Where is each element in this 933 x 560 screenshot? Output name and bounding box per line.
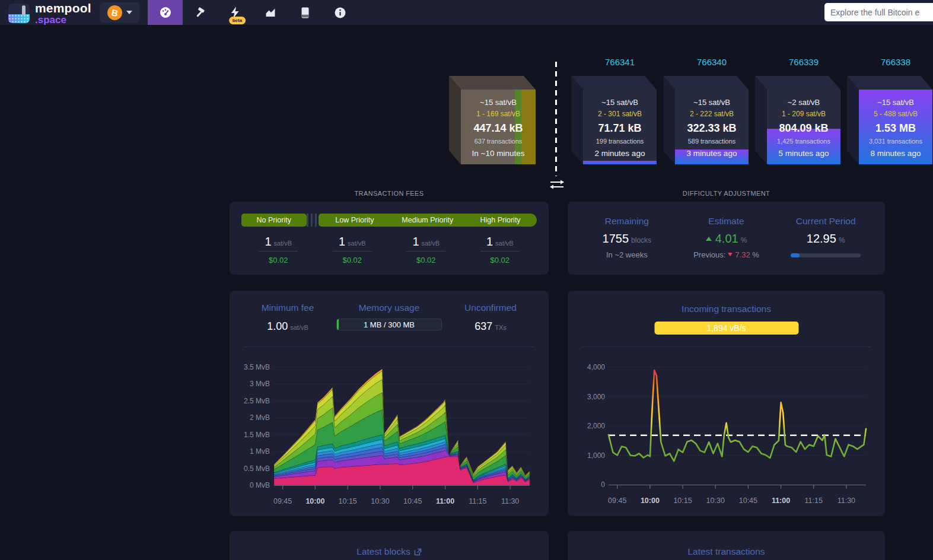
nav-dashboard[interactable] <box>148 0 183 25</box>
block-766339[interactable]: ~2 sat/vB 1 - 209 sat/vB 804.09 kB 1,425… <box>755 76 840 164</box>
block-size: 322.33 kB <box>687 122 736 135</box>
svg-text:4,000: 4,000 <box>587 363 605 371</box>
fee-tier-medium: Medium Priority <box>391 216 464 224</box>
transaction-fees-panel: No Priority Low Priority Medium Priority… <box>230 202 549 275</box>
svg-text:3,000: 3,000 <box>587 393 605 401</box>
fee-value: 1sat/vB $0.02 <box>463 235 537 265</box>
svg-text:1 MvB: 1 MvB <box>250 447 270 456</box>
difficulty-current-period: Current Period 12.95% <box>776 216 875 259</box>
tx-count: 1,425 transactions <box>777 138 830 145</box>
svg-text:2,000: 2,000 <box>587 422 605 430</box>
block-height-link[interactable]: 766341 <box>583 57 657 67</box>
brand-name: mempool <box>35 2 91 14</box>
minimum-fee-stat: Minimum fee 1.00sat/vB <box>239 303 336 333</box>
svg-text:2.5 MvB: 2.5 MvB <box>244 397 270 405</box>
swap-arrows-icon <box>549 179 565 190</box>
mempool-logo-icon <box>8 4 30 23</box>
svg-text:1.5 MvB: 1.5 MvB <box>244 431 270 439</box>
bitcoin-icon: B <box>107 5 122 20</box>
search-input[interactable] <box>824 3 933 21</box>
svg-text:10:30: 10:30 <box>371 497 389 505</box>
svg-text:11:30: 11:30 <box>501 497 519 505</box>
block-height-link[interactable]: 766338 <box>859 57 932 67</box>
svg-text:10:45: 10:45 <box>403 497 422 505</box>
memory-usage-stat: Memory usage 1 MB / 300 MB <box>336 303 442 333</box>
svg-text:3 MvB: 3 MvB <box>250 380 270 388</box>
incoming-transactions-title: Incoming transactions <box>568 304 885 314</box>
svg-text:09:45: 09:45 <box>273 497 292 505</box>
svg-text:10:15: 10:15 <box>339 497 357 505</box>
fee-tier-pills: No Priority Low Priority Medium Priority… <box>241 214 537 227</box>
svg-text:11:15: 11:15 <box>469 497 486 505</box>
block-766340[interactable]: ~15 sat/vB 2 - 222 sat/vB 322.33 kB 589 … <box>663 76 749 164</box>
latest-transactions-card: Latest transactions <box>568 531 885 560</box>
incoming-transactions-panel: Incoming transactions 1,894 vB/s 01,0002… <box>568 291 885 516</box>
median-fee: ~15 sat/vB <box>877 98 914 107</box>
svg-text:10:15: 10:15 <box>673 497 692 505</box>
beta-badge: beta <box>229 17 246 24</box>
chain-divider <box>555 62 557 176</box>
block-height-link[interactable]: 766339 <box>767 57 840 67</box>
main-nav: beta <box>148 0 358 25</box>
fee-usd: $0.02 <box>269 256 288 265</box>
svg-text:0.5 MvB: 0.5 MvB <box>244 464 270 473</box>
svg-text:11:00: 11:00 <box>772 497 790 505</box>
fee-usd: $0.02 <box>490 256 510 265</box>
block-age: 8 minutes ago <box>871 149 921 158</box>
fee-tier-group: Low Priority Medium Priority High Priori… <box>319 214 537 227</box>
hammer-icon <box>195 7 206 18</box>
fee-range: 5 - 488 sat/vB <box>874 110 918 118</box>
nav-about[interactable] <box>323 0 358 25</box>
remaining-eta: In ~2 weeks <box>577 250 677 259</box>
fee-usd: $0.02 <box>416 256 436 265</box>
previous-adjustment: Previous:7.32 % <box>677 250 776 259</box>
nav-graphs[interactable] <box>253 0 288 25</box>
svg-text:3.5 MvB: 3.5 MvB <box>244 363 270 371</box>
fee-tier-high: High Priority <box>464 216 537 224</box>
fee-range: 2 - 301 sat/vB <box>598 110 642 118</box>
area-chart-icon <box>265 7 276 18</box>
period-progress-bar <box>791 253 861 257</box>
block-height-link[interactable]: 766340 <box>675 57 749 67</box>
difficulty-section-label: DIFFICULTY ADJUSTMENT <box>568 190 885 197</box>
nav-lightning[interactable]: beta <box>218 0 253 25</box>
median-fee: ~15 sat/vB <box>480 98 517 107</box>
remaining-label: Remaining <box>577 216 677 227</box>
median-fee: ~2 sat/vB <box>788 98 820 107</box>
tx-count: 199 transactions <box>596 138 644 145</box>
unconfirmed-stat: Unconfirmed 637TXs <box>442 303 539 333</box>
svg-text:0: 0 <box>601 481 605 489</box>
nav-docs[interactable] <box>288 0 323 25</box>
mempool-projected-block[interactable]: ~15 sat/vB 1 - 169 sat/vB 447.14 kB 637 … <box>449 76 536 164</box>
svg-text:11:15: 11:15 <box>805 497 823 505</box>
block-size: 804.09 kB <box>779 122 828 135</box>
svg-text:2 MvB: 2 MvB <box>250 413 270 422</box>
estimate-label: Estimate <box>677 216 776 227</box>
latest-blocks-card: Latest blocks <box>230 531 549 560</box>
svg-text:1,000: 1,000 <box>587 451 605 460</box>
svg-text:10:30: 10:30 <box>706 497 725 505</box>
chevron-down-icon <box>126 11 132 14</box>
latest-transactions-link[interactable]: Latest transactions <box>568 546 885 557</box>
brand-logo[interactable]: mempool .space <box>8 2 91 25</box>
brand-text: mempool .space <box>35 2 91 25</box>
fee-value: 1sat/vB $0.02 <box>389 235 463 265</box>
svg-text:11:30: 11:30 <box>838 497 855 505</box>
median-fee: ~15 sat/vB <box>601 98 638 107</box>
network-dropdown[interactable]: B <box>100 2 139 23</box>
panel-divider <box>244 346 534 347</box>
block-766338[interactable]: ~15 sat/vB 5 - 488 sat/vB 1.53 MB 3,031 … <box>847 76 932 164</box>
fee-range: 2 - 222 sat/vB <box>690 110 734 118</box>
latest-blocks-link[interactable]: Latest blocks <box>230 546 549 557</box>
arrow-down-icon <box>728 253 733 256</box>
nav-mining[interactable] <box>183 0 218 25</box>
difficulty-estimate: Estimate 4.01% Previous:7.32 % <box>677 216 776 259</box>
difficulty-adjustment-panel: Remaining 1755blocks In ~2 weeks Estimat… <box>568 202 885 275</box>
svg-text:0 MvB: 0 MvB <box>250 481 270 489</box>
arrow-up-icon <box>706 237 712 241</box>
block-766341[interactable]: ~15 sat/vB 2 - 301 sat/vB 71.71 kB 199 t… <box>571 76 657 164</box>
fees-section-label: TRANSACTION FEES <box>230 190 549 197</box>
mempool-dashboard: mempool .space B <box>0 0 933 560</box>
navbar: mempool .space B <box>0 0 933 25</box>
block-age: 5 minutes ago <box>779 149 829 158</box>
